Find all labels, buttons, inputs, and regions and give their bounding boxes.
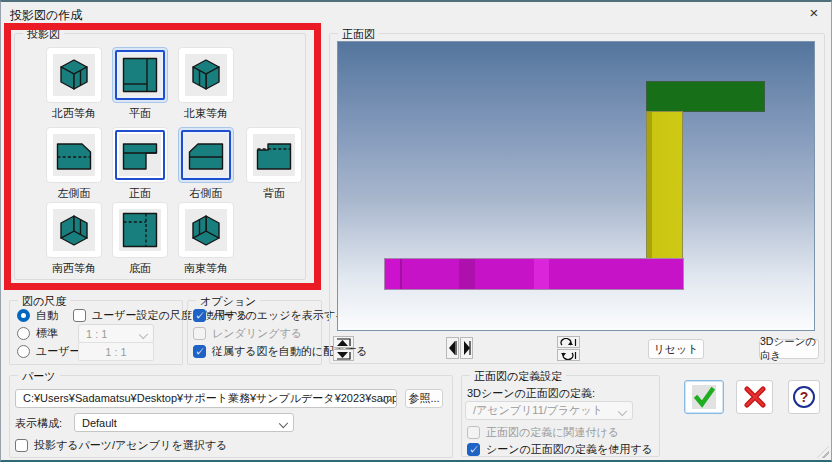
use-scene-def-checkbox[interactable]: ✓ [467,443,480,456]
use-user-scale-checkbox[interactable] [73,309,86,322]
scale-user-radio[interactable] [17,345,30,358]
chevron-down-icon [139,330,148,339]
ok-button[interactable] [684,380,724,414]
browse-button-label: 参照... [408,391,439,406]
projection-group-label: 投影図 [23,27,64,42]
link-front-def-checkbox[interactable] [467,426,480,439]
title-bar: 投影図の作成 × [1,2,831,24]
proj-cell-ne: 北東等角 [177,47,235,121]
flip-left-icon [448,339,457,357]
rendering-checkbox[interactable] [193,327,206,340]
preview-shape-green [646,81,765,112]
rotate-left-button[interactable] [446,337,459,359]
proj-cell-right: 右側面 [177,127,235,201]
top-view-icon [119,54,161,96]
user-scale-input[interactable]: 1 : 1 [78,342,154,361]
proj-cell-nw: 北西等角 [45,47,103,121]
proj-label-nw: 北西等角 [52,106,96,121]
display-config-value: Default [82,417,117,429]
show-edges-label: パーツのエッジを表示する [212,308,346,323]
scene-def-select[interactable]: /アセンブリ11/ブラケット [465,401,633,420]
proj-button-left[interactable] [46,127,102,183]
proj-button-back[interactable] [246,127,302,183]
right-view-icon [185,134,227,176]
preview-group-label: 正面図 [338,27,379,42]
proj-button-front[interactable] [112,127,168,183]
parts-group-label: パーツ [18,369,60,384]
scale-standard-label: 標準 [36,326,58,341]
parts-path-value: C:¥Users¥Sadamatsu¥Desktop¥サポート業務¥サンプルデー… [23,391,397,406]
flip-up-icon [335,338,352,347]
link-front-def-label: 正面図の定義に関連付ける [486,425,619,440]
proj-cell-top: 平面 [111,47,169,121]
reset-button-label: リセット [653,342,698,357]
chevron-down-icon [618,407,627,416]
select-parts-checkbox[interactable] [15,439,28,452]
iso-sw-icon [53,209,95,251]
preview-shape-yellow [646,111,683,259]
rotate-ccw-icon [559,351,578,360]
proj-button-bottom[interactable] [112,202,168,258]
proj-button-sw-iso[interactable] [46,202,102,258]
proj-button-right[interactable] [178,127,234,183]
proj-label-bottom: 底面 [129,261,151,276]
parts-path-combobox[interactable]: C:¥Users¥Sadamatsu¥Desktop¥サポート業務¥サンプルデー… [15,389,397,408]
rotate-cw-button[interactable] [557,336,580,348]
window-title: 投影図の作成 [10,7,82,24]
rotate-ccw-button[interactable] [557,349,580,361]
scene-def-label: 3Dシーンの正面図の定義: [467,386,595,401]
select-parts-label: 投影するパーツ/アセンブリを選択する [34,438,227,453]
scale-auto-radio[interactable] [17,309,30,322]
scale-group-label: 図の尺度 [18,294,70,309]
left-view-icon [53,134,95,176]
resize-grip[interactable] [817,446,829,458]
chevron-down-icon [279,419,288,428]
proj-button-nw-iso[interactable] [46,47,102,103]
proj-button-se-iso[interactable] [178,202,234,258]
back-view-icon [253,134,295,176]
front-definition-group-label: 正面図の定義設定 [470,369,566,384]
rotate-down-button[interactable] [333,349,354,361]
proj-label-ne: 北東等角 [184,106,228,121]
preview-viewport[interactable] [337,41,815,331]
help-icon: ? [793,386,815,408]
iso-ne-icon [185,54,227,96]
proj-label-right: 右側面 [190,186,223,201]
proj-label-left: 左側面 [58,186,91,201]
scene-orientation-label: 3Dシーンの向き [760,335,818,363]
flip-down-icon [335,351,352,360]
proj-label-se: 南東等角 [184,261,228,276]
proj-label-sw: 南西等角 [52,261,96,276]
rotate-up-button[interactable] [333,336,354,348]
rendering-label: レンダリングする [212,326,302,341]
check-icon: ✓ [195,346,205,357]
proj-cell-se: 南東等角 [177,202,235,276]
help-button[interactable]: ? [788,380,820,414]
iso-nw-icon [53,54,95,96]
proj-button-top[interactable] [112,47,168,103]
auto-place-checkbox[interactable]: ✓ [193,345,206,358]
proj-cell-back: 背面 [245,127,303,201]
scene-def-value: /アセンブリ11/ブラケット [473,403,603,418]
standard-scale-select[interactable]: 1 : 1 [78,324,154,343]
display-config-label: 表示構成: [15,416,62,431]
rotate-right-button[interactable] [460,337,473,359]
standard-scale-value: 1 : 1 [86,328,107,340]
close-icon[interactable]: × [805,4,823,22]
check-icon: ✓ [469,444,479,455]
scene-orientation-button[interactable]: 3Dシーンの向き [759,339,819,359]
proj-cell-sw: 南西等角 [45,202,103,276]
browse-button[interactable]: 参照... [405,389,443,408]
scale-auto-label: 自動 [36,308,58,323]
show-edges-checkbox[interactable]: ✓ [193,309,206,322]
rotate-cw-icon [559,338,578,347]
bottom-view-icon [119,209,161,251]
scale-standard-radio[interactable] [17,327,30,340]
cancel-button[interactable] [736,380,773,414]
reset-button[interactable]: リセット [648,339,704,359]
display-config-select[interactable]: Default [74,413,294,432]
proj-button-ne-iso[interactable] [178,47,234,103]
check-icon: ✓ [195,310,205,321]
use-scene-def-label: シーンの正面図の定義を使用する [486,442,653,457]
front-view-icon [119,134,161,176]
